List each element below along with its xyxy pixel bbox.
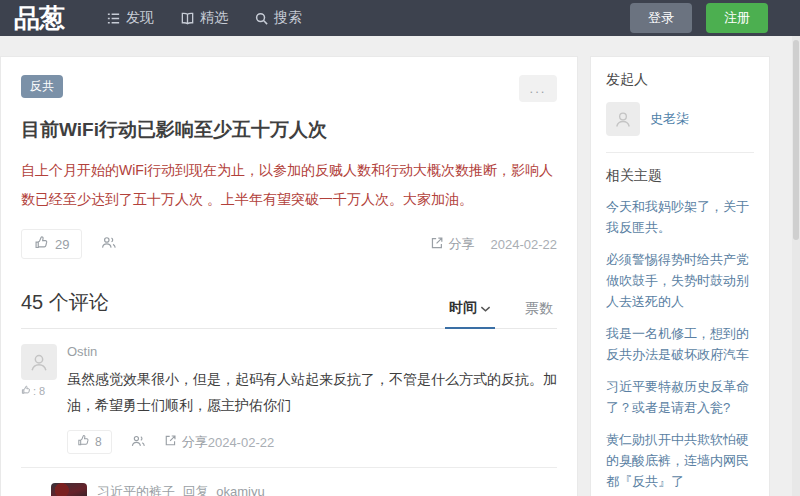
reply-target[interactable]: okamiyu	[216, 484, 264, 496]
nav-item-featured[interactable]: 精选	[180, 9, 228, 27]
thumb-up-icon	[34, 235, 49, 253]
comment-main: Ostin 虽然感觉效果很小，但是，起码有人站起来反抗了，不管是什么方式的反抗。…	[67, 344, 557, 454]
nav-item-discover[interactable]: 发现	[106, 9, 154, 27]
post-like-button[interactable]: 29	[21, 229, 82, 259]
tab-sort-time-label: 时间	[449, 299, 477, 317]
comment-score-label: : 8	[33, 385, 45, 397]
post-title: 目前WiFi行动已影响至少五十万人次	[21, 117, 557, 143]
post-actions: 29 分享 2024-02-22	[21, 229, 557, 259]
comment-item: 习近平的裤子 回复 okamiyu >>不要暴露个人信息，这很危险，下面那个手机…	[21, 468, 557, 496]
divider	[606, 152, 754, 153]
initiator-name[interactable]: 史老柒	[650, 110, 689, 128]
comment-author[interactable]: 习近平的裤子	[97, 484, 175, 496]
post-like-count: 29	[55, 237, 69, 252]
site-logo[interactable]: 品葱	[14, 0, 64, 36]
login-button[interactable]: 登录	[630, 3, 692, 33]
comment-date: 2024-02-22	[208, 435, 275, 450]
reply-label: 回复	[183, 484, 209, 496]
comment-score: : 8	[21, 385, 67, 397]
nav-item-label: 精选	[200, 9, 228, 27]
tab-sort-votes[interactable]: 票数	[521, 300, 557, 328]
topic-tag-badge[interactable]: 反共	[21, 75, 63, 98]
related-topic-link[interactable]: 我是一名机修工，想到的反共办法是破坏政府汽车	[606, 323, 754, 365]
initiator-heading: 发起人	[606, 71, 754, 89]
comment-actions: 8	[67, 430, 557, 454]
chevron-down-icon	[480, 300, 491, 316]
comment-main: 习近平的裤子 回复 okamiyu >>不要暴露个人信息，这很危险，下面那个手机…	[97, 483, 557, 496]
post-more-button[interactable]: ...	[519, 75, 557, 102]
nav-item-label: 发现	[126, 9, 154, 27]
register-button[interactable]: 注册	[706, 3, 768, 33]
post-header: 反共 ...	[21, 75, 557, 102]
tab-sort-time[interactable]: 时间	[445, 299, 495, 329]
comment-author[interactable]: Ostin	[67, 344, 557, 359]
related-topic-link[interactable]: 必须警惕得势时给共产党做吹鼓手，失势时鼓动别人去送死的人	[606, 249, 754, 312]
list-icon	[106, 11, 121, 26]
people-icon	[130, 434, 146, 451]
avatar[interactable]	[51, 483, 87, 496]
comment-left-column: : 8	[21, 344, 67, 454]
nav-menu: 发现 精选 搜索	[106, 9, 302, 27]
comments-count: 45 个评论	[21, 289, 109, 328]
post-card: 反共 ... 目前WiFi行动已影响至少五十万人次 自上个月开始的WiFi行动到…	[0, 56, 578, 496]
post-date: 2024-02-22	[491, 237, 558, 252]
related-topic-link[interactable]: 习近平要特赦历史反革命了？或者是请君入瓮?	[606, 376, 754, 418]
comments-header: 45 个评论 时间 票数	[21, 289, 557, 329]
nav-item-search[interactable]: 搜索	[254, 9, 302, 27]
comment-sort-tabs: 时间 票数	[445, 299, 557, 328]
search-icon	[254, 11, 269, 26]
thumb-up-icon	[21, 385, 31, 397]
related-topic-link[interactable]: 今天和我妈吵架了，关于我反匪共。	[606, 196, 754, 238]
related-topics-heading: 相关主题	[606, 167, 754, 185]
comment-item: : 8 Ostin 虽然感觉效果很小，但是，起码有人站起来反抗了，不管是什么方式…	[21, 329, 557, 468]
people-icon	[100, 235, 117, 253]
navbar: 品葱 发现 精选 搜索	[0, 0, 800, 36]
post-people-button[interactable]	[100, 235, 117, 253]
comment-share-button[interactable]: 分享	[164, 433, 208, 451]
related-topic-link[interactable]: 黄仁勋扒开中共欺软怕硬的臭酸底裤，连墙内网民都『反共』了	[606, 429, 754, 492]
post-share-label: 分享	[449, 235, 475, 253]
comment-text: 虽然感觉效果很小，但是，起码有人站起来反抗了，不管是什么方式的反抗。加油，希望勇…	[67, 366, 557, 418]
share-icon	[164, 434, 177, 450]
thumb-up-icon	[77, 434, 90, 450]
nav-item-label: 搜索	[274, 9, 302, 27]
sidebar: 发起人 史老柒 相关主题 今天和我妈吵架了，关于我反匪共。 必须警惕得势时给共产…	[590, 56, 770, 496]
tab-sort-votes-label: 票数	[525, 300, 553, 318]
avatar[interactable]	[606, 102, 640, 136]
post-share-button[interactable]: 分享	[430, 235, 475, 253]
initiator-row: 史老柒	[606, 102, 754, 136]
book-icon	[180, 11, 195, 26]
post-body: 自上个月开始的WiFi行动到现在为止，以参加的反贼人数和行动大概次数推断，影响人…	[21, 156, 557, 214]
comment-like-button[interactable]: 8	[67, 430, 112, 454]
comment-share-label: 分享	[182, 433, 208, 451]
comment-left-column	[51, 483, 97, 496]
avatar[interactable]	[21, 344, 57, 380]
scrollbar-track[interactable]	[792, 36, 800, 496]
share-icon	[430, 236, 444, 253]
comment-author-line: 习近平的裤子 回复 okamiyu	[97, 483, 557, 496]
comment-people-button[interactable]	[130, 434, 146, 451]
page-content: 反共 ... 目前WiFi行动已影响至少五十万人次 自上个月开始的WiFi行动到…	[0, 36, 800, 496]
scrollbar-thumb[interactable]	[793, 40, 799, 240]
comment-like-count: 8	[95, 435, 102, 449]
